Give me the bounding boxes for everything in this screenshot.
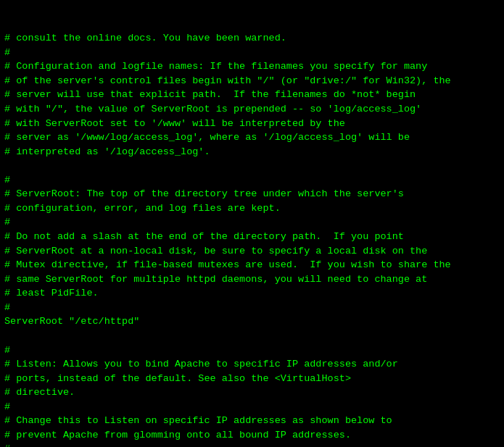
terminal-line: # <box>4 442 500 447</box>
terminal-line: ServerRoot "/etc/httpd" <box>4 314 500 329</box>
terminal-line: # of the server's control files begin wi… <box>4 74 500 88</box>
terminal-line: # <box>4 343 500 358</box>
terminal-line: # ports, instead of the default. See als… <box>4 372 500 386</box>
terminal-line: # Do not add a slash at the end of the d… <box>4 230 500 244</box>
terminal-line: # directive. <box>4 385 500 400</box>
terminal-line: # server will use that explicit path. If… <box>4 88 500 102</box>
terminal-line: # <box>4 301 500 315</box>
terminal-window: # consult the online docs. You have been… <box>0 0 504 447</box>
terminal-line: # Configuration and logfile names: If th… <box>4 59 500 74</box>
terminal-line <box>4 329 500 343</box>
terminal-line: # <box>4 173 500 188</box>
terminal-line: # ServerRoot at a non-local disk, be sur… <box>4 244 500 259</box>
terminal-line: # least PidFile. <box>4 286 500 301</box>
terminal-line <box>4 159 500 173</box>
terminal-line: # consult the online docs. You have been… <box>4 31 500 46</box>
terminal-line: # interpreted as '/log/access_log'. <box>4 145 500 159</box>
terminal-line: # prevent Apache from glomming onto all … <box>4 428 500 443</box>
terminal-line: # Mutex directive, if file-based mutexes… <box>4 258 500 272</box>
terminal-line: # <box>4 400 500 414</box>
terminal-line: # ServerRoot: The top of the directory t… <box>4 187 500 201</box>
terminal-line: # with "/", the value of ServerRoot is p… <box>4 102 500 117</box>
terminal-line: # <box>4 215 500 230</box>
terminal-line: # Change this to Listen on specific IP a… <box>4 414 500 428</box>
terminal-line: # same ServerRoot for multiple httpd dae… <box>4 272 500 287</box>
terminal-line: # server as '/www/log/access_log', where… <box>4 130 500 145</box>
terminal-line: # with ServerRoot set to '/www' will be … <box>4 117 500 131</box>
terminal-line: # configuration, error, and log files ar… <box>4 201 500 216</box>
terminal-line: # Listen: Allows you to bind Apache to s… <box>4 357 500 372</box>
terminal-line: # <box>4 46 500 60</box>
